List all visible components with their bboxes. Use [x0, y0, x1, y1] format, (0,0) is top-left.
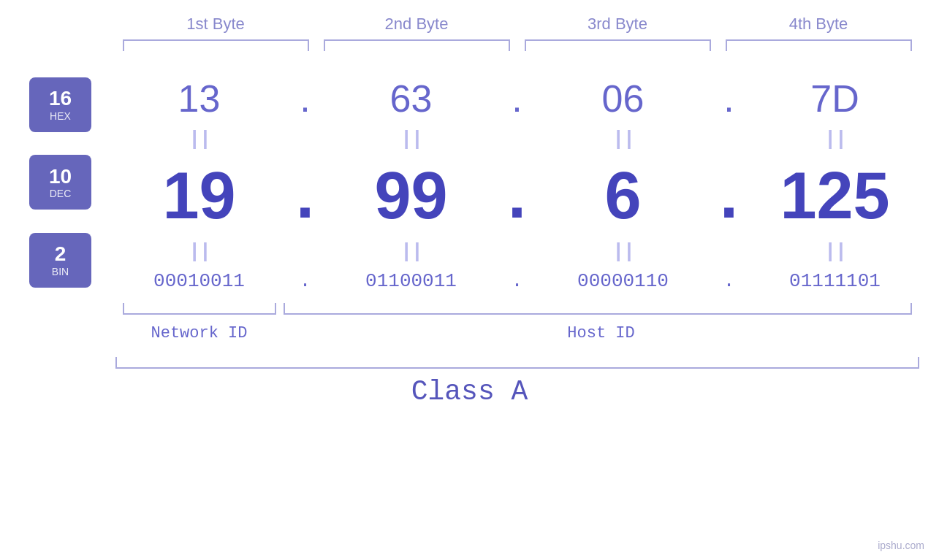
- byte1-label: 1st Byte: [115, 15, 316, 34]
- host-id-label: Host ID: [284, 324, 919, 342]
- hex-badge-label: HEX: [50, 110, 71, 122]
- byte3-label: 3rd Byte: [517, 15, 718, 34]
- dec-dot-1: .: [291, 158, 320, 233]
- hex-badge: 16 HEX: [29, 77, 91, 132]
- equals-4: ||: [744, 128, 927, 150]
- equals-8: ||: [744, 240, 927, 263]
- class-label: Class A: [0, 376, 939, 407]
- bin-val-1: 00010011: [108, 270, 291, 292]
- hex-dot-1: .: [291, 77, 320, 120]
- equals-3: ||: [532, 128, 715, 150]
- equals-5: ||: [108, 240, 291, 263]
- bracket-top-1: [123, 39, 309, 51]
- top-bracket-row: [115, 39, 919, 51]
- main-container: 1st Byte 2nd Byte 3rd Byte 4th Byte 16 H…: [0, 0, 939, 560]
- equals-7: ||: [532, 240, 715, 263]
- values-grid: 13 . 63 . 06 . 7D || || || || 19: [108, 66, 927, 299]
- equals-row-1: || || || ||: [108, 124, 927, 154]
- dec-dot-2: .: [503, 158, 532, 233]
- dec-val-2: 99: [320, 163, 503, 229]
- bracket-top-3: [525, 39, 711, 51]
- dec-badge-label: DEC: [50, 188, 72, 199]
- bin-val-3: 00000110: [532, 270, 715, 292]
- bin-badge-number: 2: [55, 243, 66, 266]
- full-bracket: [115, 357, 919, 369]
- host-bracket: [284, 303, 912, 315]
- bottom-bracket-row: [115, 303, 919, 321]
- equals-6: ||: [320, 240, 503, 263]
- hex-val-4: 7D: [744, 77, 927, 120]
- bin-row: 00010011 . 01100011 . 00000110 . 0111110…: [108, 266, 927, 299]
- hex-row: 13 . 63 . 06 . 7D: [108, 66, 927, 124]
- equals-1: ||: [108, 128, 291, 150]
- hex-val-1: 13: [108, 77, 291, 120]
- bin-badge-label: BIN: [52, 266, 69, 277]
- bin-badge: 2 BIN: [29, 233, 91, 288]
- hex-dot-3: .: [715, 77, 744, 120]
- content-area: 16 HEX 10 DEC 2 BIN 13 . 63 . 06 . 7D: [13, 66, 927, 299]
- bin-dot-2: .: [503, 270, 532, 292]
- network-host-labels: Network ID Host ID: [115, 324, 919, 342]
- hex-badge-number: 16: [49, 88, 72, 110]
- network-id-label: Network ID: [115, 324, 284, 342]
- dec-row: 19 . 99 . 6 . 125: [108, 154, 927, 237]
- bottom-brackets-area: [115, 303, 919, 321]
- dec-badge-number: 10: [49, 166, 72, 188]
- bin-dot-3: .: [715, 270, 744, 292]
- bracket-top-4: [726, 39, 912, 51]
- equals-2: ||: [320, 128, 503, 150]
- bin-val-2: 01100011: [320, 270, 503, 292]
- bin-dot-1: .: [291, 270, 320, 292]
- equals-row-2: || || || ||: [108, 237, 927, 266]
- hex-val-2: 63: [320, 77, 503, 120]
- dec-val-3: 6: [532, 163, 715, 229]
- hex-val-3: 06: [532, 77, 715, 120]
- bracket-top-2: [324, 39, 510, 51]
- byte4-label: 4th Byte: [718, 15, 919, 34]
- hex-dot-2: .: [503, 77, 532, 120]
- left-badges: 16 HEX 10 DEC 2 BIN: [13, 66, 108, 299]
- watermark: ipshu.com: [878, 540, 924, 551]
- dec-badge: 10 DEC: [29, 155, 91, 210]
- byte2-label: 2nd Byte: [316, 15, 517, 34]
- network-bracket: [123, 303, 276, 315]
- bin-val-4: 01111101: [744, 270, 927, 292]
- dec-dot-3: .: [715, 158, 744, 233]
- dec-val-4: 125: [744, 163, 927, 229]
- dec-val-1: 19: [108, 163, 291, 229]
- header-row: 1st Byte 2nd Byte 3rd Byte 4th Byte: [115, 15, 919, 34]
